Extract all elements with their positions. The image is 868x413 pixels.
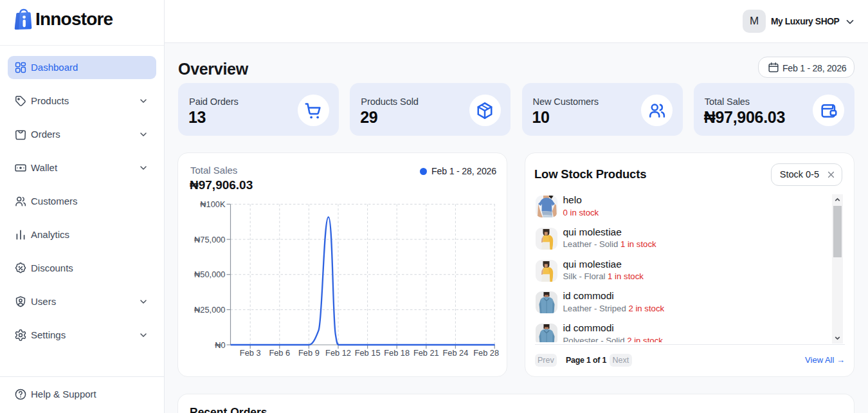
svg-text:₦25,000: ₦25,000 <box>194 305 225 315</box>
svg-text:₦100K: ₦100K <box>200 199 226 209</box>
svg-text:Feb 6: Feb 6 <box>269 348 290 358</box>
svg-text:Feb 15: Feb 15 <box>355 348 381 358</box>
svg-text:Feb 3: Feb 3 <box>240 348 261 358</box>
svg-text:Feb 9: Feb 9 <box>298 348 320 358</box>
svg-text:Feb 18: Feb 18 <box>384 348 410 358</box>
svg-text:₦75,000: ₦75,000 <box>194 235 225 244</box>
svg-text:₦50,000: ₦50,000 <box>194 270 225 279</box>
svg-text:Feb 12: Feb 12 <box>325 348 351 358</box>
svg-text:Feb 21: Feb 21 <box>413 348 439 358</box>
svg-text:Feb 24: Feb 24 <box>442 348 468 358</box>
svg-text:Feb 28: Feb 28 <box>473 348 499 358</box>
svg-text:₦0: ₦0 <box>215 340 225 350</box>
